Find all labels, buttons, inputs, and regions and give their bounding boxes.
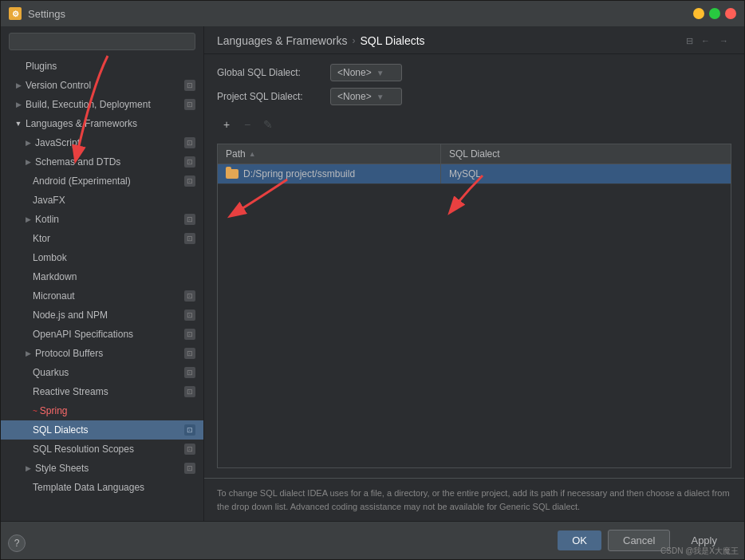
badge-sql-resolution: ⊡ bbox=[184, 444, 195, 455]
folder-icon bbox=[226, 169, 238, 179]
global-sql-dialect-value: <None> bbox=[337, 67, 372, 78]
breadcrumb: Languages & Frameworks › SQL Dialects bbox=[217, 34, 681, 47]
chevron-right-icon: ▶ bbox=[14, 81, 23, 90]
sidebar-item-micronaut[interactable]: Micronaut ⊡ bbox=[1, 286, 203, 306]
dialect-value: MySQL bbox=[449, 168, 481, 179]
sidebar-item-version-control[interactable]: ▶ Version Control ⊡ bbox=[1, 76, 203, 95]
panel-body: Global SQL Dialect: <None> ▼ Project SQL… bbox=[204, 54, 744, 478]
chevron-right-icon: ▶ bbox=[23, 138, 33, 148]
sidebar-item-nodejs[interactable]: Node.js and NPM ⊡ bbox=[1, 306, 203, 325]
minimize-button[interactable] bbox=[693, 8, 704, 19]
badge-ktor: ⊡ bbox=[184, 233, 195, 244]
chevron-right-icon: ▶ bbox=[23, 157, 33, 167]
sidebar-item-style-sheets[interactable]: ▶ Style Sheets ⊡ bbox=[1, 459, 203, 478]
sidebar-item-protocol-buffers[interactable]: ▶ Protocol Buffers ⊡ bbox=[1, 344, 203, 363]
sidebar-item-build-execution[interactable]: ▶ Build, Execution, Deployment ⊡ bbox=[1, 95, 203, 114]
chevron-right-icon: ▶ bbox=[23, 215, 33, 224]
dropdown-arrow-icon: ▼ bbox=[376, 93, 384, 101]
chevron-right-icon: ▶ bbox=[23, 349, 33, 358]
project-sql-dialect-select[interactable]: <None> ▼ bbox=[330, 88, 402, 105]
badge-version-control: ⊡ bbox=[184, 80, 195, 91]
sidebar-item-reactive-streams[interactable]: Reactive Streams ⊡ bbox=[1, 382, 203, 401]
table-header: Path ▲ SQL Dialect bbox=[218, 144, 731, 164]
project-sql-dialect-row: Project SQL Dialect: <None> ▼ bbox=[217, 88, 731, 105]
sidebar-item-sql-dialects[interactable]: SQL Dialects ⊡ bbox=[1, 420, 203, 440]
badge-quarkus: ⊡ bbox=[184, 367, 195, 378]
sidebar-item-ktor[interactable]: Ktor ⊡ bbox=[1, 229, 203, 248]
panel-icon: ⊟ bbox=[686, 36, 693, 46]
search-input[interactable] bbox=[9, 33, 195, 50]
sidebar-item-schemas-dtds[interactable]: ▶ Schemas and DTDs ⊡ bbox=[1, 152, 203, 172]
column-header-dialect: SQL Dialect bbox=[441, 144, 731, 164]
table-row[interactable]: D:/Spring project/ssmbuild MySQL bbox=[218, 164, 731, 184]
sidebar-item-lombok[interactable]: Lombok bbox=[1, 248, 203, 267]
badge-js: ⊡ bbox=[184, 137, 195, 148]
badge-kotlin: ⊡ bbox=[184, 214, 195, 225]
bottom-bar: OK Cancel Apply bbox=[1, 521, 744, 559]
window-title: Settings bbox=[28, 8, 65, 20]
sidebar-search-container bbox=[1, 26, 203, 57]
breadcrumb-current: SQL Dialects bbox=[360, 34, 424, 47]
sidebar-item-languages-frameworks[interactable]: ▼ Languages & Frameworks bbox=[1, 114, 203, 133]
path-cell: D:/Spring project/ssmbuild bbox=[218, 164, 441, 183]
add-button[interactable]: + bbox=[217, 115, 236, 134]
project-sql-dialect-value: <None> bbox=[337, 91, 372, 102]
sidebar-item-sql-resolution-scopes[interactable]: SQL Resolution Scopes ⊡ bbox=[1, 440, 203, 459]
dropdown-arrow-icon: ▼ bbox=[376, 69, 384, 77]
badge-android: ⊡ bbox=[184, 175, 195, 187]
maximize-button[interactable] bbox=[709, 8, 720, 19]
breadcrumb-separator: › bbox=[352, 35, 355, 46]
app-icon: ⚙ bbox=[9, 7, 22, 20]
badge-micronaut: ⊡ bbox=[184, 290, 195, 302]
project-sql-label: Project SQL Dialect: bbox=[217, 91, 321, 102]
sidebar-item-plugins[interactable]: Plugins bbox=[1, 57, 203, 76]
badge-build: ⊡ bbox=[184, 99, 195, 110]
path-value: D:/Spring project/ssmbuild bbox=[243, 168, 355, 179]
badge-openapi: ⊡ bbox=[184, 329, 195, 340]
sidebar-item-openapi[interactable]: OpenAPI Specifications ⊡ bbox=[1, 325, 203, 344]
data-table: Path ▲ SQL Dialect bbox=[217, 144, 731, 468]
sidebar-item-javascript[interactable]: ▶ JavaScript ⊡ bbox=[1, 133, 203, 152]
column-header-path: Path ▲ bbox=[218, 144, 441, 164]
table-data-area: D:/Spring project/ssmbuild MySQL bbox=[218, 164, 731, 324]
spacer-icon bbox=[14, 61, 23, 71]
badge-schemas: ⊡ bbox=[184, 156, 195, 168]
global-sql-label: Global SQL Dialect: bbox=[217, 67, 321, 78]
global-sql-dialect-row: Global SQL Dialect: <None> ▼ bbox=[217, 64, 731, 81]
remove-button[interactable]: − bbox=[238, 115, 257, 134]
badge-style-sheets: ⊡ bbox=[184, 463, 195, 474]
sidebar-items-list: Plugins ▶ Version Control ⊡ ▶ Build, Exe… bbox=[1, 57, 203, 521]
sidebar-item-kotlin[interactable]: ▶ Kotlin ⊡ bbox=[1, 210, 203, 229]
title-bar: ⚙ Settings bbox=[1, 1, 744, 26]
chevron-right-icon: ▶ bbox=[14, 100, 23, 109]
panel-header: Languages & Frameworks › SQL Dialects ⊟ … bbox=[204, 26, 744, 54]
footer-info-text: To change SQL dialect IDEA uses for a fi… bbox=[217, 488, 730, 511]
spring-marker: ~ bbox=[33, 407, 37, 416]
right-panel: Languages & Frameworks › SQL Dialects ⊟ … bbox=[204, 26, 744, 521]
table-toolbar: + − ✎ bbox=[217, 112, 731, 137]
back-button[interactable]: ← bbox=[698, 34, 713, 47]
panel-header-actions: ← → bbox=[698, 34, 731, 47]
sidebar-item-quarkus[interactable]: Quarkus ⊡ bbox=[1, 363, 203, 382]
sidebar-item-spring[interactable]: ~ Spring bbox=[1, 401, 203, 420]
badge-sql-dialects: ⊡ bbox=[184, 424, 195, 436]
chevron-down-icon: ▼ bbox=[14, 119, 23, 128]
help-button[interactable]: ? bbox=[8, 534, 26, 552]
global-sql-dialect-select[interactable]: <None> ▼ bbox=[330, 64, 402, 81]
sql-dialects-table: Path ▲ SQL Dialect bbox=[217, 144, 731, 468]
sidebar-item-markdown[interactable]: Markdown bbox=[1, 267, 203, 286]
sidebar-item-template-data-languages[interactable]: Template Data Languages bbox=[1, 478, 203, 497]
breadcrumb-parent: Languages & Frameworks bbox=[217, 34, 347, 47]
watermark: CSDN @我是X大魔王 bbox=[660, 546, 739, 557]
sidebar-item-javafx[interactable]: JavaFX bbox=[1, 191, 203, 210]
badge-protobuf: ⊡ bbox=[184, 348, 195, 359]
close-button[interactable] bbox=[725, 8, 736, 19]
chevron-right-icon: ▶ bbox=[23, 463, 33, 473]
edit-button[interactable]: ✎ bbox=[258, 115, 278, 134]
badge-reactive-streams: ⊡ bbox=[184, 386, 195, 397]
sidebar-item-android[interactable]: Android (Experimental) ⊡ bbox=[1, 172, 203, 191]
ok-button[interactable]: OK bbox=[558, 530, 601, 550]
footer-info: To change SQL dialect IDEA uses for a fi… bbox=[204, 478, 744, 521]
forward-button[interactable]: → bbox=[716, 34, 731, 47]
sidebar: Plugins ▶ Version Control ⊡ ▶ Build, Exe… bbox=[1, 26, 204, 521]
